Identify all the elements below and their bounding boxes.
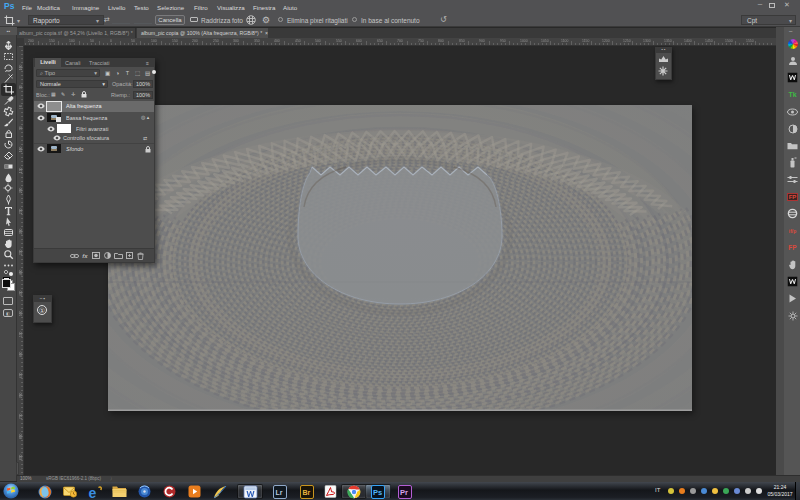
svg-text:Br: Br [303,489,311,496]
svg-text:e: e [89,485,97,500]
svg-text:Pr: Pr [400,488,408,497]
svg-text:Ps: Ps [373,488,382,497]
svg-text:Lr: Lr [276,489,283,496]
